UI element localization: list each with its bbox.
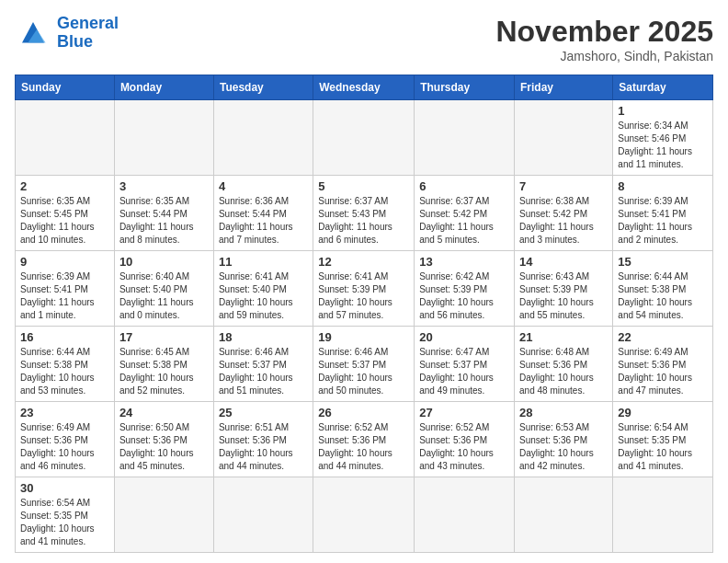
calendar-cell: 25Sunrise: 6:51 AM Sunset: 5:36 PM Dayli…: [213, 402, 313, 477]
day-info: Sunrise: 6:44 AM Sunset: 5:38 PM Dayligh…: [20, 346, 109, 397]
location: Jamshoro, Sindh, Pakistan: [495, 49, 713, 63]
day-number: 2: [20, 179, 109, 193]
calendar-cell: 11Sunrise: 6:41 AM Sunset: 5:40 PM Dayli…: [213, 251, 313, 327]
day-number: 16: [20, 330, 109, 344]
calendar-cell: [114, 477, 213, 553]
day-info: Sunrise: 6:38 AM Sunset: 5:42 PM Dayligh…: [519, 195, 608, 247]
day-number: 7: [519, 179, 608, 193]
weekday-header-saturday: Saturday: [613, 75, 713, 100]
calendar-cell: 20Sunrise: 6:47 AM Sunset: 5:37 PM Dayli…: [415, 327, 515, 402]
calendar-cell: 9Sunrise: 6:39 AM Sunset: 5:41 PM Daylig…: [16, 251, 115, 327]
day-info: Sunrise: 6:40 AM Sunset: 5:40 PM Dayligh…: [119, 270, 209, 322]
weekday-header-monday: Monday: [114, 75, 213, 100]
calendar-cell: 24Sunrise: 6:50 AM Sunset: 5:36 PM Dayli…: [114, 402, 213, 477]
calendar-cell: [114, 100, 213, 176]
day-number: 17: [119, 330, 209, 344]
day-info: Sunrise: 6:43 AM Sunset: 5:39 PM Dayligh…: [519, 270, 608, 322]
day-number: 21: [519, 330, 608, 344]
day-number: 8: [618, 179, 708, 193]
calendar-cell: 6Sunrise: 6:37 AM Sunset: 5:42 PM Daylig…: [415, 176, 515, 251]
calendar-cell: 22Sunrise: 6:49 AM Sunset: 5:36 PM Dayli…: [613, 327, 713, 402]
day-info: Sunrise: 6:45 AM Sunset: 5:38 PM Dayligh…: [119, 346, 209, 397]
day-info: Sunrise: 6:48 AM Sunset: 5:36 PM Dayligh…: [519, 346, 608, 397]
calendar-cell: 1Sunrise: 6:34 AM Sunset: 5:46 PM Daylig…: [613, 100, 713, 176]
logo-general: General: [57, 14, 119, 32]
month-title: November 2025: [495, 15, 713, 49]
calendar-cell: [415, 100, 515, 176]
logo-text: General Blue: [57, 15, 119, 52]
day-number: 3: [119, 179, 209, 193]
weekday-header-friday: Friday: [515, 75, 613, 100]
day-number: 22: [618, 330, 708, 344]
week-row-3: 9Sunrise: 6:39 AM Sunset: 5:41 PM Daylig…: [16, 251, 713, 327]
day-info: Sunrise: 6:49 AM Sunset: 5:36 PM Dayligh…: [20, 421, 109, 473]
calendar-cell: 13Sunrise: 6:42 AM Sunset: 5:39 PM Dayli…: [415, 251, 515, 327]
day-number: 23: [20, 406, 109, 419]
day-number: 10: [119, 255, 209, 269]
calendar-cell: [515, 100, 613, 176]
calendar-cell: 4Sunrise: 6:36 AM Sunset: 5:44 PM Daylig…: [213, 176, 313, 251]
calendar-cell: [415, 477, 515, 553]
calendar-cell: 21Sunrise: 6:48 AM Sunset: 5:36 PM Dayli…: [515, 327, 613, 402]
day-info: Sunrise: 6:53 AM Sunset: 5:36 PM Dayligh…: [519, 421, 608, 473]
calendar-cell: [313, 477, 415, 553]
calendar-cell: 7Sunrise: 6:38 AM Sunset: 5:42 PM Daylig…: [515, 176, 613, 251]
day-info: Sunrise: 6:37 AM Sunset: 5:43 PM Dayligh…: [318, 195, 409, 247]
calendar-cell: 5Sunrise: 6:37 AM Sunset: 5:43 PM Daylig…: [313, 176, 415, 251]
weekday-header-wednesday: Wednesday: [313, 75, 415, 100]
day-info: Sunrise: 6:41 AM Sunset: 5:40 PM Dayligh…: [219, 270, 308, 322]
day-number: 20: [419, 330, 509, 344]
week-row-4: 16Sunrise: 6:44 AM Sunset: 5:38 PM Dayli…: [16, 327, 713, 402]
weekday-header-thursday: Thursday: [415, 75, 515, 100]
day-info: Sunrise: 6:39 AM Sunset: 5:41 PM Dayligh…: [618, 195, 708, 247]
calendar-cell: 27Sunrise: 6:52 AM Sunset: 5:36 PM Dayli…: [415, 402, 515, 477]
day-info: Sunrise: 6:44 AM Sunset: 5:38 PM Dayligh…: [618, 270, 708, 322]
day-number: 27: [419, 406, 509, 419]
day-number: 24: [119, 406, 209, 419]
day-info: Sunrise: 6:50 AM Sunset: 5:36 PM Dayligh…: [119, 421, 209, 473]
calendar-cell: 18Sunrise: 6:46 AM Sunset: 5:37 PM Dayli…: [213, 327, 313, 402]
day-info: Sunrise: 6:36 AM Sunset: 5:44 PM Dayligh…: [219, 195, 308, 247]
header: General Blue November 2025 Jamshoro, Sin…: [15, 15, 713, 63]
day-number: 13: [419, 255, 509, 269]
logo-blue: Blue: [57, 32, 93, 51]
week-row-5: 23Sunrise: 6:49 AM Sunset: 5:36 PM Dayli…: [16, 402, 713, 477]
calendar-cell: 10Sunrise: 6:40 AM Sunset: 5:40 PM Dayli…: [114, 251, 213, 327]
day-number: 4: [219, 179, 308, 193]
weekday-header-tuesday: Tuesday: [213, 75, 313, 100]
day-info: Sunrise: 6:42 AM Sunset: 5:39 PM Dayligh…: [419, 270, 509, 322]
calendar-cell: 23Sunrise: 6:49 AM Sunset: 5:36 PM Dayli…: [16, 402, 115, 477]
calendar-cell: [313, 100, 415, 176]
day-info: Sunrise: 6:46 AM Sunset: 5:37 PM Dayligh…: [219, 346, 308, 397]
day-info: Sunrise: 6:35 AM Sunset: 5:44 PM Dayligh…: [119, 195, 209, 247]
calendar-cell: [613, 477, 713, 553]
day-info: Sunrise: 6:46 AM Sunset: 5:37 PM Dayligh…: [318, 346, 409, 397]
day-info: Sunrise: 6:37 AM Sunset: 5:42 PM Dayligh…: [419, 195, 509, 247]
day-number: 28: [519, 406, 608, 419]
day-info: Sunrise: 6:39 AM Sunset: 5:41 PM Dayligh…: [20, 270, 109, 322]
day-number: 19: [318, 330, 409, 344]
calendar-cell: 29Sunrise: 6:54 AM Sunset: 5:35 PM Dayli…: [613, 402, 713, 477]
day-number: 15: [618, 255, 708, 269]
calendar-cell: 12Sunrise: 6:41 AM Sunset: 5:39 PM Dayli…: [313, 251, 415, 327]
calendar-cell: 28Sunrise: 6:53 AM Sunset: 5:36 PM Dayli…: [515, 402, 613, 477]
day-info: Sunrise: 6:47 AM Sunset: 5:37 PM Dayligh…: [419, 346, 509, 397]
calendar-cell: [16, 100, 115, 176]
day-number: 26: [318, 406, 409, 419]
day-number: 14: [519, 255, 608, 269]
day-number: 5: [318, 179, 409, 193]
calendar-cell: 16Sunrise: 6:44 AM Sunset: 5:38 PM Dayli…: [16, 327, 115, 402]
day-number: 9: [20, 255, 109, 269]
calendar-cell: [213, 100, 313, 176]
weekday-header-row: SundayMondayTuesdayWednesdayThursdayFrid…: [16, 75, 713, 100]
day-info: Sunrise: 6:54 AM Sunset: 5:35 PM Dayligh…: [20, 497, 109, 548]
logo-icon: [15, 15, 51, 52]
calendar-cell: [213, 477, 313, 553]
calendar-cell: 26Sunrise: 6:52 AM Sunset: 5:36 PM Dayli…: [313, 402, 415, 477]
day-info: Sunrise: 6:49 AM Sunset: 5:36 PM Dayligh…: [618, 346, 708, 397]
week-row-2: 2Sunrise: 6:35 AM Sunset: 5:45 PM Daylig…: [16, 176, 713, 251]
calendar: SundayMondayTuesdayWednesdayThursdayFrid…: [15, 75, 713, 553]
day-info: Sunrise: 6:35 AM Sunset: 5:45 PM Dayligh…: [20, 195, 109, 247]
calendar-cell: 14Sunrise: 6:43 AM Sunset: 5:39 PM Dayli…: [515, 251, 613, 327]
calendar-cell: 17Sunrise: 6:45 AM Sunset: 5:38 PM Dayli…: [114, 327, 213, 402]
